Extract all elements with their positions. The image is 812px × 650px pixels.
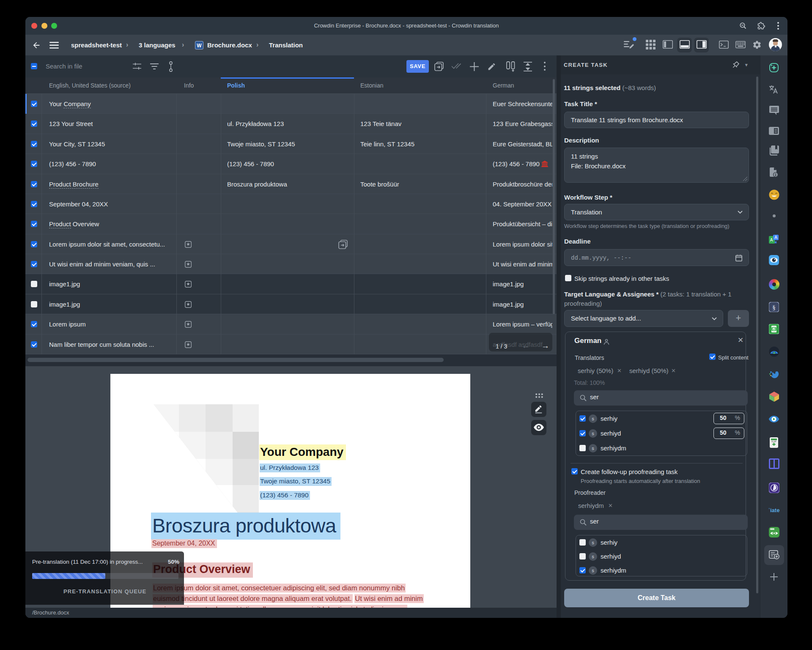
svg-text:§: § — [772, 304, 776, 311]
svg-text:KLAP: KLAP — [771, 441, 776, 443]
svg-text:A: A — [770, 238, 773, 242]
svg-text:A: A — [774, 235, 777, 240]
